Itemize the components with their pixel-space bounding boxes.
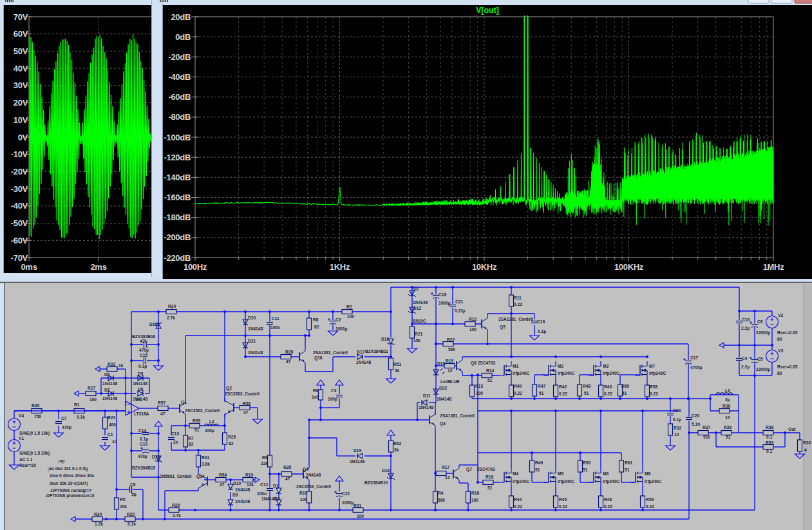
svg-text:R62: R62 (393, 441, 401, 446)
svg-text:R5: R5 (120, 497, 126, 502)
svg-text:D13: D13 (149, 322, 157, 327)
svg-text:0.1µ: 0.1µ (538, 329, 546, 334)
svg-text:R48: R48 (583, 384, 590, 388)
svg-text:D19: D19 (354, 448, 361, 453)
svg-text:51: 51 (487, 378, 493, 383)
svg-text:3k: 3k (394, 448, 399, 452)
svg-text:-120dB: -120dB (164, 153, 191, 162)
svg-text:C5: C5 (757, 357, 763, 361)
svg-text:100: 100 (471, 498, 478, 502)
svg-text:C7: C7 (61, 416, 67, 421)
svg-text:C16: C16 (742, 317, 750, 322)
svg-text:70V: 70V (14, 12, 28, 22)
svg-text:Irfp240C: Irfp240C (558, 371, 575, 376)
svg-text:-60dB: -60dB (168, 92, 191, 102)
svg-text:-80dB: -80dB (168, 112, 191, 122)
svg-text:10: 10 (674, 432, 679, 437)
svg-text:-200dB: -200dB (164, 232, 191, 242)
svg-text:C19: C19 (537, 319, 545, 324)
svg-text:R44: R44 (514, 497, 522, 502)
svg-text:-100dB: -100dB (164, 133, 191, 142)
svg-text:0.22: 0.22 (514, 302, 522, 307)
svg-text:C17: C17 (690, 355, 698, 360)
svg-text:5.1n: 5.1n (692, 422, 700, 426)
svg-text:2SA1381_Cordell: 2SA1381_Cordell (440, 413, 475, 418)
svg-text:D12: D12 (413, 306, 421, 310)
svg-text:22k: 22k (261, 461, 268, 466)
svg-text:BZX384B16: BZX384B16 (132, 334, 156, 339)
svg-text:0.22: 0.22 (559, 504, 567, 509)
svg-text:LedBLUE: LedBLUE (440, 379, 460, 384)
svg-text:22000µ: 22000µ (756, 330, 770, 336)
svg-text:470p: 470p (62, 425, 71, 430)
svg-text:SINE(0 1.5 20k): SINE(0 1.5 20k) (19, 451, 50, 456)
svg-text:1N4148: 1N4148 (356, 360, 371, 364)
svg-text:;ao deo 101 0.1 0.5g: ;ao deo 101 0.1 0.5g (48, 466, 88, 471)
svg-text:1000µ: 1000µ (342, 500, 354, 506)
svg-text:C3: C3 (331, 388, 337, 393)
svg-text:60V: 60V (14, 29, 28, 39)
svg-text:V[out]: V[out] (476, 6, 499, 15)
svg-text:2SA1381_Cordell: 2SA1381_Cordell (313, 350, 348, 355)
svg-text:47: 47 (286, 359, 291, 364)
svg-text:R31: R31 (354, 504, 361, 508)
svg-text:2SC3503_Cordell: 2SC3503_Cordell (296, 484, 331, 489)
svg-text:100p: 100p (328, 397, 337, 402)
svg-text:R15: R15 (446, 359, 453, 363)
svg-text:.OPTIONS plotwinsize=0: .OPTIONS plotwinsize=0 (45, 493, 95, 498)
svg-text:U1: U1 (136, 397, 142, 402)
svg-text:R61: R61 (625, 460, 632, 465)
svg-text:V4: V4 (19, 413, 24, 418)
svg-text:L2: L2 (209, 419, 214, 424)
svg-text:C21: C21 (455, 299, 463, 304)
svg-text:1000µ: 1000µ (439, 301, 451, 306)
svg-text:D1: D1 (273, 484, 279, 488)
svg-text:AC 1 1: AC 1 1 (19, 457, 33, 462)
svg-text:R13: R13 (475, 384, 483, 388)
svg-text:D9: D9 (232, 493, 238, 497)
svg-text:4: 4 (804, 448, 807, 452)
svg-text:D8: D8 (274, 497, 280, 501)
svg-text:R11: R11 (514, 296, 522, 300)
svg-text:R21: R21 (415, 332, 422, 336)
svg-text:Out: Out (788, 427, 796, 431)
svg-text:R53: R53 (766, 440, 773, 445)
svg-text:C24: C24 (673, 408, 681, 413)
svg-text:0ms: 0ms (21, 262, 37, 272)
svg-text:R16: R16 (486, 475, 493, 479)
svg-text:R35: R35 (283, 465, 291, 469)
svg-text:12: 12 (448, 368, 453, 373)
svg-text:100n: 100n (270, 325, 280, 330)
svg-text:R1: R1 (74, 402, 80, 407)
svg-text:51: 51 (625, 468, 630, 472)
svg-text:Irfp240C: Irfp240C (513, 371, 530, 376)
svg-text:0.1µ: 0.1µ (138, 364, 147, 369)
svg-text:4700µ: 4700µ (690, 365, 703, 370)
svg-text:560: 560 (438, 498, 445, 502)
svg-text:0.1µ: 0.1µ (140, 437, 148, 442)
svg-text:Q7: Q7 (466, 467, 472, 472)
svg-text:-30V: -30V (11, 184, 28, 194)
svg-text:910: 910 (703, 435, 710, 439)
svg-text:R37: R37 (703, 425, 710, 430)
svg-text:20V: 20V (14, 98, 28, 108)
svg-text:Q14: Q14 (196, 474, 205, 479)
svg-text:C2: C2 (335, 317, 341, 322)
svg-text:V2: V2 (778, 313, 783, 317)
svg-text:-40V: -40V (11, 201, 28, 211)
svg-text:-20dB: -20dB (168, 52, 191, 62)
svg-text:R43: R43 (604, 384, 612, 389)
svg-text:C4: C4 (742, 356, 748, 361)
svg-text:C22: C22 (342, 491, 350, 496)
svg-text:1N4148: 1N4148 (419, 405, 433, 410)
svg-text:560: 560 (448, 347, 455, 352)
svg-text:C8: C8 (757, 319, 763, 324)
svg-text:R55: R55 (193, 419, 200, 423)
svg-text:1KHz: 1KHz (330, 262, 350, 272)
svg-text:R24: R24 (168, 304, 176, 308)
svg-text:M4: M4 (513, 471, 518, 476)
svg-text:9.1k: 9.1k (127, 522, 136, 526)
svg-text:1k: 1k (118, 363, 124, 368)
svg-text:470µ: 470µ (138, 454, 147, 459)
svg-text:R33: R33 (108, 362, 115, 366)
